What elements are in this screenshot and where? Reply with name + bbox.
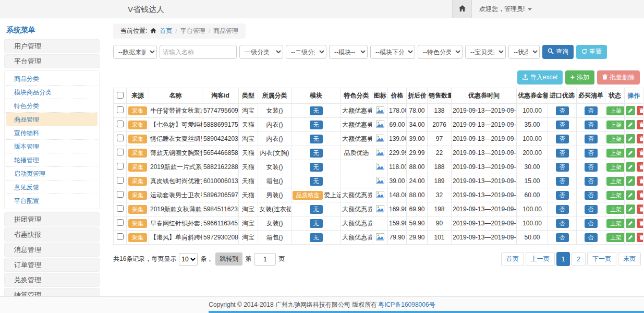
- sidebar-subitem-启动页管理[interactable]: 启动页管理: [6, 167, 98, 180]
- row-checkbox[interactable]: [117, 121, 124, 127]
- breadcrumb-home-link[interactable]: 首页: [160, 27, 172, 35]
- status-badge[interactable]: 上架: [606, 205, 625, 214]
- sidebar-item-兑换管理[interactable]: 兑换管理: [4, 273, 100, 287]
- must-buy-badge[interactable]: 否: [585, 121, 598, 129]
- sidebar-item-消息管理[interactable]: 消息管理: [4, 243, 100, 257]
- must-buy-badge[interactable]: 否: [585, 106, 598, 115]
- sidebar-item-拼团管理[interactable]: 拼团管理: [4, 212, 100, 226]
- delete-button[interactable]: [637, 233, 643, 242]
- import-select-badge[interactable]: 否: [556, 233, 569, 242]
- reset-button[interactable]: 重置: [576, 45, 607, 59]
- edit-button[interactable]: [626, 233, 635, 242]
- row-checkbox[interactable]: [117, 177, 124, 184]
- delete-button[interactable]: [637, 120, 643, 129]
- edit-button[interactable]: [626, 106, 635, 115]
- prev-page-button[interactable]: 上一页: [526, 252, 555, 266]
- last-page-button[interactable]: 末页: [618, 252, 641, 266]
- batch-delete-button[interactable]: 批量删除: [597, 70, 640, 85]
- status-badge[interactable]: 上架: [606, 149, 625, 158]
- delete-button[interactable]: [637, 176, 643, 186]
- row-checkbox[interactable]: [117, 163, 124, 170]
- delete-button[interactable]: [637, 106, 643, 115]
- sidebar-subitem-宣传物料[interactable]: 宣传物料: [6, 126, 98, 140]
- edit-button[interactable]: [626, 219, 635, 228]
- sidebar-subitem-商品管理[interactable]: 商品管理: [6, 113, 98, 126]
- import-select-badge[interactable]: 否: [556, 219, 569, 228]
- status-badge[interactable]: 上架: [606, 177, 625, 186]
- jump-button[interactable]: 跳转到: [215, 252, 242, 266]
- must-buy-badge[interactable]: 否: [585, 219, 598, 228]
- row-checkbox[interactable]: [117, 135, 124, 141]
- delete-button[interactable]: [637, 162, 643, 172]
- item-type-filter[interactable]: --宝贝类型--: [465, 45, 506, 59]
- status-badge[interactable]: 上架: [606, 135, 625, 143]
- sidebar-item-平台管理[interactable]: 平台管理: [4, 54, 100, 68]
- next-page-button[interactable]: 下一页: [587, 252, 616, 266]
- add-button[interactable]: + 添加: [565, 70, 594, 85]
- page-2-button[interactable]: 2: [572, 252, 586, 266]
- row-checkbox[interactable]: [117, 191, 124, 198]
- category1-filter[interactable]: 一级分类: [239, 45, 283, 59]
- must-buy-badge[interactable]: 否: [585, 163, 598, 172]
- sidebar-subitem-轮播管理[interactable]: 轮播管理: [6, 153, 98, 167]
- sidebar-item-用户管理[interactable]: 用户管理: [4, 39, 100, 53]
- must-buy-badge[interactable]: 否: [585, 177, 598, 186]
- module-sub-filter[interactable]: --模块下分类--: [370, 45, 415, 59]
- page-1-button[interactable]: 1: [556, 252, 570, 266]
- import-select-badge[interactable]: 否: [556, 191, 569, 200]
- must-buy-badge[interactable]: 否: [585, 149, 598, 158]
- edit-button[interactable]: [626, 204, 635, 214]
- status-badge[interactable]: 上架: [606, 191, 625, 200]
- row-checkbox[interactable]: [117, 106, 124, 113]
- sidebar-subitem-意见反馈[interactable]: 意见反馈: [6, 180, 98, 194]
- edit-button[interactable]: [626, 120, 635, 129]
- edit-button[interactable]: [626, 162, 635, 172]
- must-buy-badge[interactable]: 否: [585, 233, 598, 242]
- import-select-badge[interactable]: 否: [556, 205, 569, 214]
- user-menu[interactable]: 欢迎您，管理员!: [472, 0, 644, 18]
- sidebar-subitem-商品分类[interactable]: 商品分类: [6, 72, 98, 86]
- per-page-select[interactable]: 10: [179, 253, 198, 266]
- source-filter[interactable]: --数据来源--: [113, 45, 157, 59]
- sidebar-item-订单管理[interactable]: 订单管理: [4, 258, 100, 272]
- row-checkbox[interactable]: [117, 219, 124, 226]
- edit-button[interactable]: [626, 148, 635, 158]
- import-select-badge[interactable]: 否: [556, 106, 569, 115]
- delete-button[interactable]: [637, 190, 643, 200]
- sidebar-subitem-模块商品分类[interactable]: 模块商品分类: [6, 86, 98, 99]
- import-select-badge[interactable]: 否: [556, 149, 569, 158]
- page-number-input[interactable]: [254, 253, 276, 266]
- must-buy-badge[interactable]: 否: [585, 205, 598, 214]
- row-checkbox[interactable]: [117, 205, 124, 212]
- must-buy-badge[interactable]: 否: [585, 135, 598, 143]
- home-button[interactable]: [452, 0, 472, 18]
- import-select-badge[interactable]: 否: [556, 121, 569, 129]
- sidebar-subitem-版本管理[interactable]: 版本管理: [6, 140, 98, 153]
- status-badge[interactable]: 上架: [606, 163, 625, 172]
- import-excel-button[interactable]: 导入excel: [517, 70, 563, 85]
- sidebar-item-省惠快报[interactable]: 省惠快报: [4, 227, 100, 242]
- horizontal-scrollbar[interactable]: [209, 311, 644, 313]
- delete-button[interactable]: [637, 134, 643, 143]
- delete-button[interactable]: [637, 219, 643, 228]
- sidebar-item-结算管理[interactable]: 结算管理: [4, 288, 100, 296]
- status-badge[interactable]: 上架: [606, 233, 625, 242]
- row-checkbox[interactable]: [117, 233, 124, 240]
- status-badge[interactable]: 上架: [606, 121, 625, 129]
- query-button[interactable]: 查询: [542, 45, 574, 59]
- import-select-badge[interactable]: 否: [556, 135, 569, 143]
- name-search-input[interactable]: [160, 45, 237, 59]
- feature-filter[interactable]: --特色分类--: [418, 45, 463, 59]
- edit-button[interactable]: [626, 190, 635, 200]
- icp-link[interactable]: 粤ICP备16098006号: [378, 300, 435, 309]
- row-checkbox[interactable]: [117, 149, 124, 155]
- must-buy-badge[interactable]: 否: [585, 191, 598, 200]
- status-badge[interactable]: 上架: [606, 219, 625, 228]
- status-badge[interactable]: 上架: [606, 106, 625, 115]
- delete-button[interactable]: [637, 148, 643, 158]
- sidebar-subitem-特色分类[interactable]: 特色分类: [6, 99, 98, 113]
- edit-button[interactable]: [626, 176, 635, 186]
- select-all-checkbox[interactable]: [117, 92, 124, 99]
- category2-filter[interactable]: --二级分类--: [286, 45, 326, 59]
- delete-button[interactable]: [637, 204, 643, 214]
